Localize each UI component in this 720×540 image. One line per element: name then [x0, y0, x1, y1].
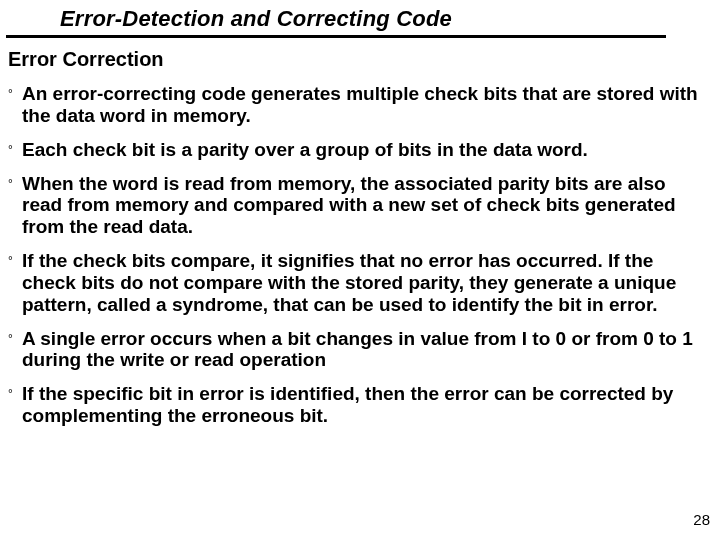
bullet-list: ° An error-correcting code generates mul… — [0, 83, 720, 427]
list-item: ° If the specific bit in error is identi… — [8, 383, 706, 427]
bullet-mark: ° — [8, 173, 22, 194]
bullet-text: Each check bit is a parity over a group … — [22, 139, 706, 161]
bullet-mark: ° — [8, 383, 22, 404]
slide-subheading: Error Correction — [8, 48, 720, 71]
bullet-text: If the specific bit in error is identifi… — [22, 383, 706, 427]
title-underline — [6, 35, 666, 38]
title-block: Error-Detection and Correcting Code — [0, 0, 720, 32]
list-item: ° A single error occurs when a bit chang… — [8, 328, 706, 372]
list-item: ° Each check bit is a parity over a grou… — [8, 139, 706, 161]
list-item: ° When the word is read from memory, the… — [8, 173, 706, 239]
bullet-text: When the word is read from memory, the a… — [22, 173, 706, 239]
bullet-text: An error-correcting code generates multi… — [22, 83, 706, 127]
page-number: 28 — [693, 511, 710, 528]
bullet-text: A single error occurs when a bit changes… — [22, 328, 706, 372]
slide: Error-Detection and Correcting Code Erro… — [0, 0, 720, 540]
bullet-mark: ° — [8, 83, 22, 104]
slide-title: Error-Detection and Correcting Code — [60, 6, 720, 32]
bullet-mark: ° — [8, 328, 22, 349]
list-item: ° If the check bits compare, it signifie… — [8, 250, 706, 316]
bullet-mark: ° — [8, 250, 22, 271]
bullet-mark: ° — [8, 139, 22, 160]
bullet-text: If the check bits compare, it signifies … — [22, 250, 706, 316]
list-item: ° An error-correcting code generates mul… — [8, 83, 706, 127]
